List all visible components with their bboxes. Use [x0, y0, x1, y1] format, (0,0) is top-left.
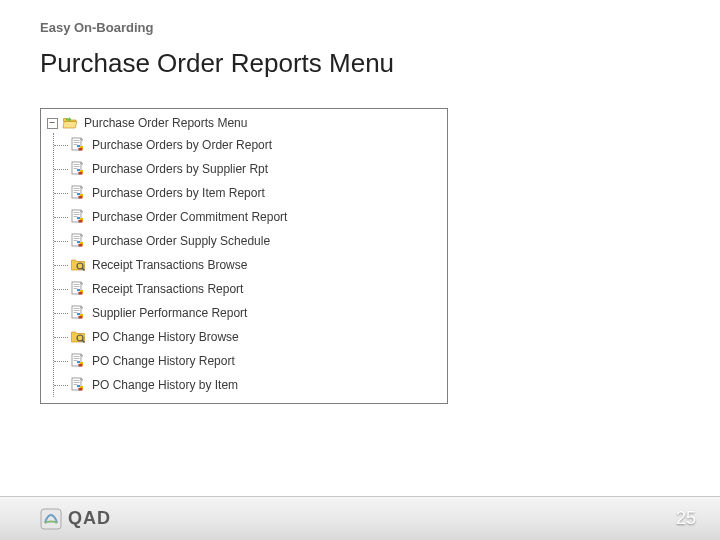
svg-rect-30 [74, 238, 80, 239]
svg-rect-64 [77, 385, 80, 387]
svg-rect-45 [74, 308, 80, 309]
breadcrumb: Easy On-Boarding [40, 20, 153, 35]
logo: QAD [40, 508, 111, 530]
page-number: 25 [676, 508, 696, 529]
svg-rect-2 [74, 142, 80, 143]
report-icon [70, 377, 86, 393]
tree-item-commitment-report[interactable]: Purchase Order Commitment Report [54, 205, 441, 229]
svg-rect-54 [74, 356, 80, 357]
svg-rect-40 [74, 288, 78, 289]
svg-rect-67 [41, 509, 61, 529]
tree-item-label: Purchase Orders by Item Report [92, 186, 265, 200]
folder-open-icon [62, 115, 78, 131]
page-title: Purchase Order Reports Menu [40, 48, 394, 79]
svg-rect-61 [74, 380, 80, 381]
report-icon [70, 305, 86, 321]
browse-icon [70, 329, 86, 345]
svg-rect-8 [74, 164, 80, 165]
svg-rect-27 [79, 220, 83, 223]
tree-item-label: Purchase Order Commitment Report [92, 210, 287, 224]
slide: Easy On-Boarding Purchase Order Reports … [0, 0, 720, 540]
svg-rect-9 [74, 166, 80, 167]
tree-item-receipt-browse[interactable]: Receipt Transactions Browse [54, 253, 441, 277]
report-icon [70, 137, 86, 153]
tree-item-po-change-report[interactable]: PO Change History Report [54, 349, 441, 373]
tree-item-label: Purchase Order Supply Schedule [92, 234, 270, 248]
tree-item-supplier-performance[interactable]: Supplier Performance Report [54, 301, 441, 325]
svg-rect-18 [77, 193, 80, 195]
collapse-icon[interactable]: − [47, 118, 58, 129]
tree-item-supply-schedule[interactable]: Purchase Order Supply Schedule [54, 229, 441, 253]
svg-rect-13 [79, 172, 83, 175]
svg-rect-25 [77, 217, 80, 219]
browse-icon [70, 257, 86, 273]
tree-item-label: Purchase Orders by Order Report [92, 138, 272, 152]
svg-rect-43 [79, 292, 83, 295]
tree-panel: − Purchase Order Reports Menu Purchase O… [40, 108, 448, 404]
tree-item-orders-by-item[interactable]: Purchase Orders by Item Report [54, 181, 441, 205]
svg-rect-15 [74, 188, 80, 189]
report-icon [70, 185, 86, 201]
tree-item-label: Supplier Performance Report [92, 306, 247, 320]
svg-rect-16 [74, 190, 80, 191]
svg-rect-32 [77, 241, 80, 243]
svg-rect-17 [74, 192, 78, 193]
svg-rect-46 [74, 310, 80, 311]
svg-rect-11 [77, 169, 80, 171]
svg-rect-55 [74, 358, 80, 359]
report-icon [70, 161, 86, 177]
svg-rect-34 [79, 244, 83, 247]
svg-rect-48 [77, 313, 80, 315]
svg-rect-41 [77, 289, 80, 291]
tree-item-label: Purchase Orders by Supplier Rpt [92, 162, 268, 176]
logo-text: QAD [68, 508, 111, 529]
tree-item-po-change-browse[interactable]: PO Change History Browse [54, 325, 441, 349]
svg-rect-20 [79, 196, 83, 199]
tree-item-label: PO Change History Report [92, 354, 235, 368]
report-icon [70, 281, 86, 297]
svg-rect-31 [74, 240, 78, 241]
svg-rect-57 [77, 361, 80, 363]
svg-rect-4 [77, 145, 80, 147]
tree-item-label: Receipt Transactions Browse [92, 258, 247, 272]
svg-rect-39 [74, 286, 80, 287]
svg-rect-38 [74, 284, 80, 285]
svg-rect-1 [74, 140, 80, 141]
svg-rect-23 [74, 214, 80, 215]
svg-rect-10 [74, 168, 78, 169]
svg-rect-50 [79, 316, 83, 319]
tree-item-label: PO Change History Browse [92, 330, 239, 344]
tree-item-orders-by-supplier[interactable]: Purchase Orders by Supplier Rpt [54, 157, 441, 181]
tree-item-receipt-report[interactable]: Receipt Transactions Report [54, 277, 441, 301]
svg-rect-59 [79, 364, 83, 367]
svg-rect-63 [74, 384, 78, 385]
tree-item-label: Receipt Transactions Report [92, 282, 243, 296]
report-icon [70, 209, 86, 225]
tree-item-orders-by-order[interactable]: Purchase Orders by Order Report [54, 133, 441, 157]
svg-rect-22 [74, 212, 80, 213]
svg-rect-66 [79, 388, 83, 391]
svg-rect-29 [74, 236, 80, 237]
tree-children: Purchase Orders by Order Report Purchase… [53, 133, 441, 397]
svg-rect-56 [74, 360, 78, 361]
tree-root[interactable]: − Purchase Order Reports Menu [47, 113, 441, 133]
svg-rect-3 [74, 144, 78, 145]
tree-root-label: Purchase Order Reports Menu [84, 116, 247, 130]
svg-rect-6 [79, 148, 83, 151]
report-icon [70, 353, 86, 369]
logo-icon [40, 508, 62, 530]
footer: QAD 25 [0, 496, 720, 540]
svg-rect-62 [74, 382, 80, 383]
svg-rect-24 [74, 216, 78, 217]
svg-rect-47 [74, 312, 78, 313]
tree-item-po-change-by-item[interactable]: PO Change History by Item [54, 373, 441, 397]
tree-item-label: PO Change History by Item [92, 378, 238, 392]
report-icon [70, 233, 86, 249]
